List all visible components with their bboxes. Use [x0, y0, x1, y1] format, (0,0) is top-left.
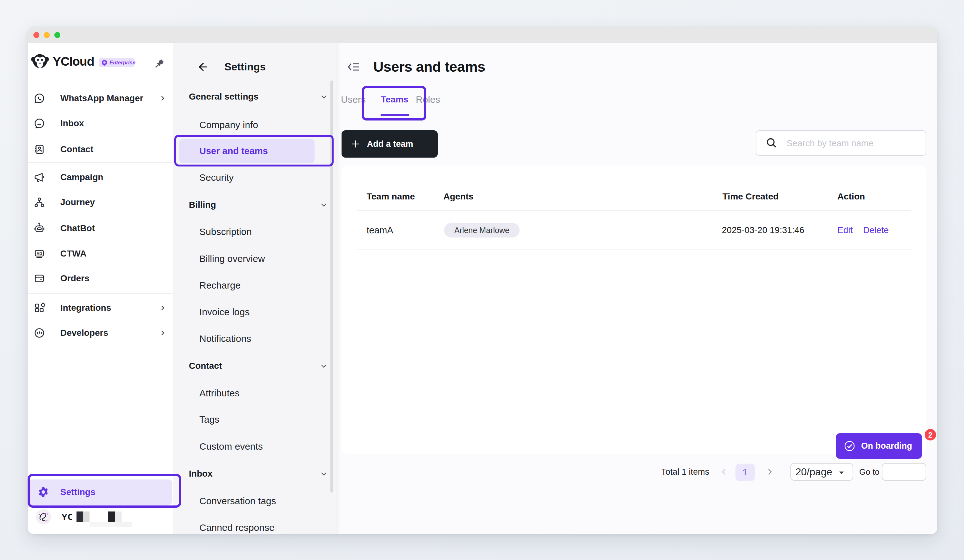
svg-text:AD: AD — [36, 252, 42, 256]
